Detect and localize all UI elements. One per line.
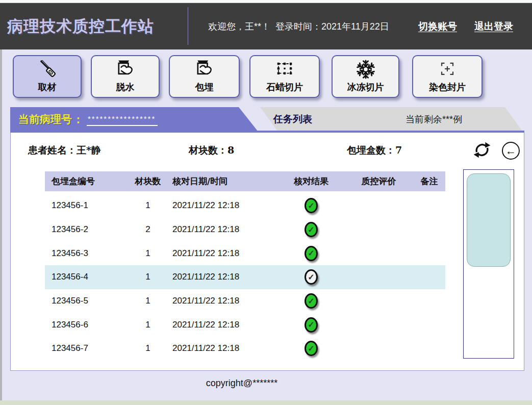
page-title: 病理技术质控工作站: [7, 16, 154, 37]
cassette-hand-icon: [114, 58, 137, 81]
side-scroll-thumb[interactable]: [467, 173, 511, 267]
col-header-note: 备注: [413, 175, 445, 187]
cell-blocks: 1: [130, 320, 166, 330]
header-bar: 病理技术质控工作站 欢迎您，王**！ 登录时间：2021年11月22日 切换账号…: [0, 3, 532, 49]
cell-blocks: 1: [130, 248, 166, 259]
check-icon[interactable]: ✓: [305, 246, 318, 261]
cell-box-id: 123456-3: [45, 248, 130, 259]
marquee-icon: [273, 58, 296, 81]
box-count: 包埋盒数：7: [347, 144, 402, 157]
toolbar-button-embedding[interactable]: 包埋: [169, 55, 240, 98]
toolbar-button-label: 取材: [38, 81, 57, 93]
toolbar-button-label: 脱水: [116, 81, 135, 93]
check-icon[interactable]: ✓: [305, 198, 318, 213]
col-header-blocks: 材块数: [130, 175, 166, 187]
table-row[interactable]: 123456-5 1 2021/11/22 12:18 ✓: [45, 289, 445, 313]
copyright-text: copyright@*******: [0, 378, 532, 389]
side-scroll-track[interactable]: [463, 169, 514, 359]
cassette-hand-icon: [193, 58, 216, 81]
col-header-qc: 质控评价: [344, 175, 413, 187]
table-row[interactable]: 123456-2 2 2021/11/22 12:18 ✓: [45, 218, 445, 242]
toolbar-button-paraffin-section[interactable]: 石蜡切片: [249, 55, 320, 98]
back-arrow-icon: ←: [505, 145, 516, 157]
login-time-text: 登录时间：2021年11月22日: [275, 20, 389, 33]
check-icon[interactable]: ✓: [305, 317, 318, 333]
check-icon[interactable]: ✓: [305, 341, 318, 356]
current-case-colon: ：: [73, 112, 84, 126]
table-header-row: 包埋盒编号 材块数 核对日期/时间 核对结果 质控评价 备注: [45, 171, 445, 191]
toolbar-button-sampling[interactable]: 取材: [13, 55, 82, 98]
cell-blocks: 1: [130, 200, 166, 211]
toolbar-button-label: 石蜡切片: [266, 81, 303, 93]
table-row[interactable]: 123456-3 1 2021/11/22 12:18 ✓: [45, 241, 445, 265]
cell-datetime: 2021/11/22 12:18: [166, 296, 278, 306]
cell-box-id: 123456-6: [45, 320, 130, 330]
task-list-label[interactable]: 任务列表: [273, 113, 312, 126]
toolbar-button-label: 包埋: [195, 81, 214, 93]
current-case-label: 当前病理号: [18, 112, 72, 126]
table-body: 123456-1 1 2021/11/22 12:18 ✓ 123456-2 2…: [45, 194, 445, 361]
tab-task-list[interactable]: 任务列表 当前剩余***例: [254, 107, 524, 132]
cell-datetime: 2021/11/22 12:18: [166, 200, 278, 211]
col-header-datetime: 核对日期/时间: [166, 175, 278, 187]
tab-current-case[interactable]: 当前病理号 ： *****************: [10, 107, 260, 132]
header-divider: [188, 7, 188, 45]
cell-box-id: 123456-4: [45, 272, 130, 282]
cell-blocks: 2: [130, 224, 166, 235]
scalpel-icon: [36, 58, 59, 81]
cell-blocks: 1: [130, 272, 166, 282]
toolbar-button-label: 染色封片: [429, 81, 466, 93]
refresh-icon: [472, 140, 492, 160]
crosshair-icon: [436, 58, 459, 81]
cell-box-id: 123456-2: [45, 224, 130, 235]
table-row[interactable]: 123456-1 1 2021/11/22 12:18 ✓: [45, 194, 445, 218]
switch-account-link[interactable]: 切换账号: [418, 20, 457, 33]
table-row[interactable]: 123456-4 1 2021/11/22 12:18 ✓: [45, 265, 445, 289]
back-button[interactable]: ←: [502, 142, 520, 160]
cell-box-id: 123456-5: [45, 296, 130, 306]
table-row[interactable]: 123456-7 1 2021/11/22 12:18 ✓: [45, 337, 445, 361]
current-case-value: *****************: [87, 116, 158, 126]
window-left-strip: [0, 49, 2, 400]
cell-blocks: 1: [130, 296, 166, 306]
block-count: 材块数：8: [189, 144, 234, 157]
cell-datetime: 2021/11/22 12:18: [166, 224, 278, 235]
check-icon[interactable]: ✓: [305, 269, 318, 285]
main-panel: 患者姓名：王*静 材块数：8 包埋盒数：7 ← 包埋盒编号 材块数 核对日期/时…: [10, 133, 524, 371]
col-header-box-id: 包埋盒编号: [45, 175, 130, 187]
patient-name: 患者姓名：王*静: [28, 144, 101, 157]
welcome-text: 欢迎您，王**！: [208, 20, 270, 33]
remaining-cases-label: 当前剩余***例: [406, 113, 462, 125]
cell-blocks: 1: [130, 343, 166, 353]
check-icon[interactable]: ✓: [305, 222, 318, 237]
cell-box-id: 123456-7: [45, 343, 130, 353]
app-window: 病理技术质控工作站 欢迎您，王**！ 登录时间：2021年11月22日 切换账号…: [0, 0, 532, 405]
cell-datetime: 2021/11/22 12:18: [166, 272, 278, 282]
check-icon[interactable]: ✓: [305, 293, 318, 309]
col-header-result: 核对结果: [278, 175, 344, 187]
toolbar-button-frozen-section[interactable]: 冰冻切片: [332, 55, 399, 98]
cell-datetime: 2021/11/22 12:18: [166, 343, 278, 353]
toolbar-button-dehydration[interactable]: 脱水: [91, 55, 160, 98]
logout-link[interactable]: 退出登录: [474, 20, 513, 33]
cell-datetime: 2021/11/22 12:18: [166, 320, 278, 330]
table-row[interactable]: 123456-6 1 2021/11/22 12:18 ✓: [45, 313, 445, 337]
toolbar-button-staining-mounting[interactable]: 染色封片: [412, 55, 483, 98]
cell-box-id: 123456-1: [45, 200, 130, 211]
refresh-button[interactable]: [472, 140, 492, 160]
window-bottom-strip: [0, 400, 532, 405]
toolbar-button-label: 冰冻切片: [347, 81, 384, 93]
snowflake-icon: [354, 58, 377, 81]
cell-datetime: 2021/11/22 12:18: [166, 248, 278, 259]
